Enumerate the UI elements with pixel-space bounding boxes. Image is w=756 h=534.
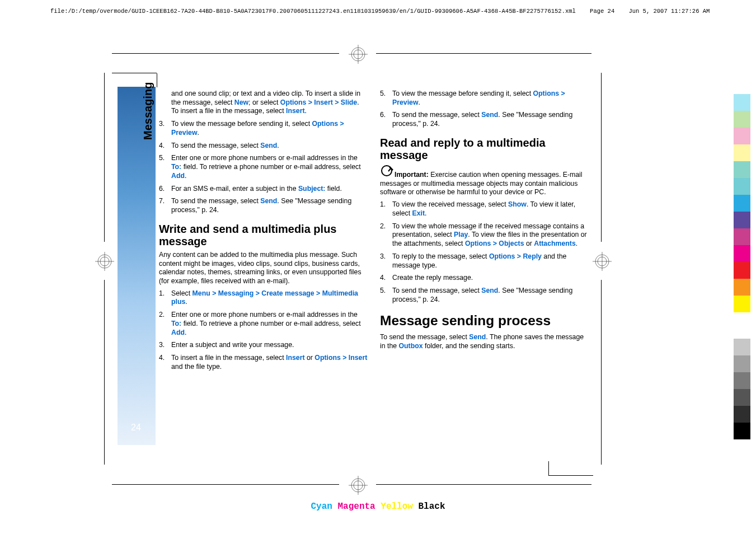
registration-mark-icon [95,252,114,271]
list-item: 3.To view the message before sending it,… [159,120,368,137]
column-right: 5.To view the message before sending it,… [380,90,589,459]
color-swatch [734,144,750,161]
paragraph: To send the message, select Send. The ph… [380,333,589,350]
list-item: 2.Enter one or more phone numbers or e-m… [159,311,368,337]
gray-swatch [734,389,750,406]
gray-swatch [734,406,750,423]
crop-line [104,73,105,242]
important-icon [380,165,395,177]
grayscale-calibration-bars [734,339,750,439]
list-item: 5.Enter one or more phone numbers or e-m… [159,154,368,180]
color-swatch [734,161,750,178]
crop-line [112,484,339,485]
color-calibration-bars [734,94,750,312]
gray-swatch [734,339,750,355]
heading-read-reply-mms: Read and reply to a multimedia message [380,137,589,161]
cmyk-footer: Cyan Magenta Yellow Black [0,502,756,512]
crop-line [376,53,591,54]
list-item: and one sound clip; or text and a video … [159,90,368,116]
heading-message-sending-process: Message sending process [380,312,589,329]
color-swatch [734,94,750,111]
crop-line [601,280,602,465]
color-swatch [734,279,750,296]
color-swatch [734,195,750,212]
color-swatch [734,228,750,245]
color-swatch [734,262,750,279]
list-item: 3.Enter a subject and write your message… [159,341,368,350]
color-swatch [734,296,750,312]
crop-line [376,484,591,485]
color-swatch [734,178,750,195]
color-swatch [734,245,750,262]
list-item: 2.To view the whole message if the recei… [380,222,589,249]
heading-write-mms-plus: Write and send a multimedia plus message [159,223,368,247]
list-item: 7.To send the message, select Send. See … [159,197,368,214]
header-file-path: file:/D:/temp/overmode/GUID-1CEEB162-7A2… [50,8,710,15]
list-item: 5.To send the message, select Send. See … [380,287,589,304]
list-item: 4.Create the reply message. [380,274,589,283]
list-item: 1.Select Menu > Messaging > Create messa… [159,289,368,307]
color-swatch [734,128,750,144]
column-left: and one sound clip; or text and a video … [159,90,368,459]
crop-line [601,73,602,242]
section-label: Messaging [142,82,154,140]
important-note: Important: Exercise caution when opening… [380,165,589,197]
color-swatch [734,111,750,128]
registration-mark-icon [593,252,612,271]
list-item: 6.For an SMS e-mail, enter a subject in … [159,185,368,194]
registration-mark-icon [349,476,368,495]
sidebar-gradient [118,87,156,445]
list-item: 6.To send the message, select Send. See … [380,111,589,128]
list-item: 5.To view the message before sending it,… [380,90,589,107]
list-item: 4.To send the message, select Send. [159,142,368,151]
gray-swatch [734,355,750,372]
gray-swatch [734,372,750,389]
color-swatch [734,212,750,228]
list-item: 1.To view the received message, select S… [380,200,589,218]
list-item: 4.To insert a file in the message, selec… [159,354,368,371]
registration-mark-icon [349,45,368,64]
list-item: 3.To reply to the message, select Option… [380,252,589,270]
crop-line [112,53,339,54]
paragraph: Any content can be added to the multimed… [159,251,368,286]
page-number: 24 [131,423,141,433]
gray-swatch [734,423,750,439]
crop-line [104,280,105,465]
page-content: and one sound clip; or text and a video … [159,90,590,459]
